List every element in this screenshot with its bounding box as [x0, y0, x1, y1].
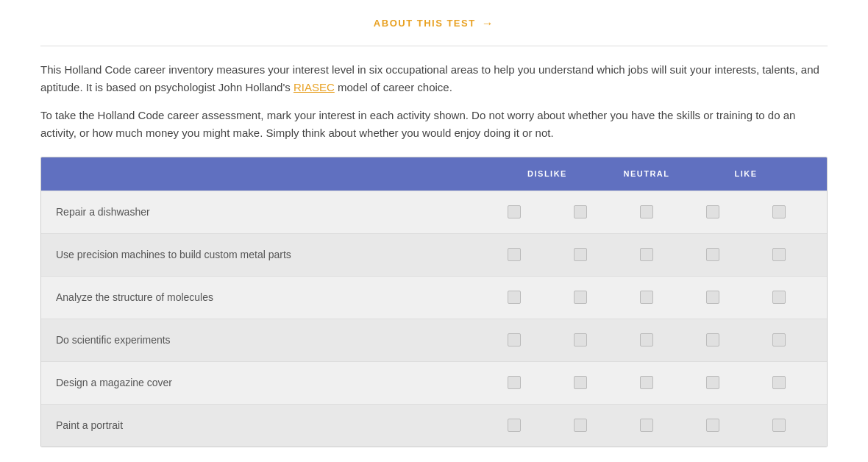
activity-label: Repair a dishwasher	[56, 205, 481, 220]
activity-label: Design a magazine cover	[56, 375, 481, 391]
checkbox-dislike-6-2[interactable]	[547, 419, 613, 432]
checkbox-like-4-2[interactable]	[746, 333, 812, 346]
checkbox-dislike-1-2[interactable]	[547, 205, 613, 218]
table-row: Use precision machines to build custom m…	[41, 233, 827, 276]
col-neutral: NEUTRAL	[613, 168, 680, 180]
checkbox-dislike-2-2[interactable]	[547, 248, 613, 261]
activity-label: Paint a portrait	[56, 418, 481, 433]
about-link[interactable]: ABOUT THIS TEST →	[40, 15, 828, 32]
checkbox-like-3-2[interactable]	[746, 291, 812, 304]
checkbox-neutral-1[interactable]	[613, 205, 680, 218]
checkbox-dislike-5-1[interactable]	[481, 376, 547, 389]
checkbox-like-5-2[interactable]	[746, 376, 812, 389]
table-header: DISLIKE NEUTRAL LIKE	[41, 157, 827, 191]
checkbox-like-2-1[interactable]	[680, 248, 746, 261]
table-row: Do scientific experiments	[41, 319, 827, 361]
activity-table: DISLIKE NEUTRAL LIKE Repair a dishwasher…	[40, 157, 828, 447]
checkbox-neutral-3[interactable]	[613, 291, 680, 304]
table-row: Repair a dishwasher	[41, 191, 827, 233]
arrow-icon: →	[482, 15, 495, 32]
checkbox-like-1-2[interactable]	[746, 205, 812, 218]
checkbox-dislike-5-2[interactable]	[547, 376, 613, 389]
activity-label: Analyze the structure of molecules	[56, 290, 481, 305]
checkbox-dislike-3-1[interactable]	[481, 291, 547, 304]
checkbox-like-5-1[interactable]	[680, 376, 746, 389]
checkbox-dislike-3-2[interactable]	[547, 291, 613, 304]
checkbox-neutral-5[interactable]	[613, 376, 680, 389]
table-row: Analyze the structure of molecules	[41, 276, 827, 319]
about-link-text: ABOUT THIS TEST	[374, 16, 476, 31]
checkbox-like-6-2[interactable]	[746, 419, 812, 432]
page-wrapper: ABOUT THIS TEST → This Holland Code care…	[18, 0, 850, 455]
table-row: Design a magazine cover	[41, 361, 827, 404]
col-like-1: LIKE	[680, 168, 812, 180]
checkbox-like-4-1[interactable]	[680, 333, 746, 346]
checkbox-dislike-4-2[interactable]	[547, 333, 613, 346]
checkbox-like-1-1[interactable]	[680, 205, 746, 218]
checkbox-like-6-1[interactable]	[680, 419, 746, 432]
checkbox-like-2-2[interactable]	[746, 248, 812, 261]
table-row: Paint a portrait	[41, 404, 827, 447]
checkbox-neutral-4[interactable]	[613, 333, 680, 346]
checkbox-neutral-2[interactable]	[613, 248, 680, 261]
checkbox-neutral-6[interactable]	[613, 419, 680, 432]
activity-label: Use precision machines to build custom m…	[56, 247, 481, 263]
riasec-link[interactable]: RIASEC	[294, 81, 335, 93]
activity-label: Do scientific experiments	[56, 333, 481, 348]
checkbox-like-3-1[interactable]	[680, 291, 746, 304]
checkbox-dislike-6-1[interactable]	[481, 419, 547, 432]
checkbox-dislike-4-1[interactable]	[481, 333, 547, 346]
checkbox-dislike-2-1[interactable]	[481, 248, 547, 261]
intro-paragraph-2: To take the Holland Code career assessme…	[40, 107, 828, 142]
col-dislike-1: DISLIKE	[481, 168, 613, 180]
intro-paragraph-1: This Holland Code career inventory measu…	[40, 61, 828, 96]
divider	[40, 46, 828, 46]
checkbox-dislike-1-1[interactable]	[481, 205, 547, 218]
